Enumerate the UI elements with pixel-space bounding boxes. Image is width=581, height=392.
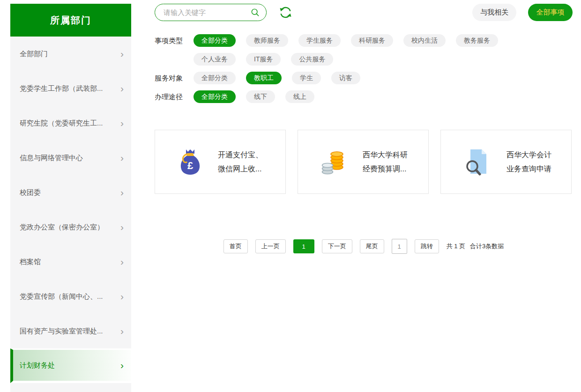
filter-chip[interactable]: 教职工 bbox=[246, 72, 282, 84]
sidebar-item-label: 党委宣传部（新闻中心、... bbox=[20, 292, 120, 301]
total-records-text: 合计3条数据 bbox=[470, 242, 504, 251]
related-to-me-button[interactable]: 与我相关 bbox=[472, 4, 516, 21]
chevron-right-icon: › bbox=[120, 83, 124, 93]
filter-chip[interactable]: 全部分类 bbox=[194, 72, 236, 84]
filter-chip[interactable]: 全部分类 bbox=[194, 34, 236, 47]
sidebar-item-state-assets-office[interactable]: 国有资产与实验室管理处... › bbox=[10, 314, 131, 348]
jump-button[interactable]: 跳转 bbox=[415, 239, 439, 253]
sidebar-item-label: 校团委 bbox=[20, 188, 120, 197]
chevron-right-icon: › bbox=[120, 222, 124, 232]
sidebar-item-label: 党政办公室（保密办公室） bbox=[20, 223, 120, 232]
filter-chip[interactable]: 学生 bbox=[292, 72, 321, 84]
sidebar-item-party-office[interactable]: 党政办公室（保密办公室） › bbox=[10, 210, 131, 244]
total-pages-text: 共 1 页 bbox=[447, 242, 465, 251]
sidebar-item-network-center[interactable]: 信息与网络管理中心 › bbox=[10, 141, 131, 175]
filter-row-item-type: 事项类型 全部分类 教师服务 学生服务 科研服务 校内生活 教务服务 个人业务 … bbox=[155, 34, 576, 72]
chevron-right-icon: › bbox=[120, 257, 124, 266]
filter-chip[interactable]: 学生服务 bbox=[298, 34, 341, 47]
service-card-list: £ 开通支付宝、 微信网上收... bbox=[155, 130, 572, 194]
current-page-button[interactable]: 1 bbox=[293, 239, 314, 253]
filter-chip[interactable]: 全部分类 bbox=[194, 90, 236, 103]
sidebar-title: 所属部门 bbox=[10, 4, 131, 37]
filter-chip[interactable]: IT服务 bbox=[246, 53, 281, 66]
filter-chip[interactable]: 个人业务 bbox=[194, 53, 236, 66]
filter-label: 事项类型 bbox=[155, 34, 194, 47]
sidebar-item-label: 党委学生工作部（武装部... bbox=[20, 84, 120, 93]
search-box[interactable] bbox=[155, 4, 267, 21]
card-title-line1: 西华大学会计 bbox=[507, 148, 551, 162]
all-items-button[interactable]: 全部事项 bbox=[528, 4, 573, 21]
sidebar-item-label: 信息与网络管理中心 bbox=[20, 154, 120, 163]
department-sidebar: 所属部门 全部部门 › 党委学生工作部（武装部... › 研究生院（党委研究生工… bbox=[10, 4, 131, 392]
refresh-icon[interactable] bbox=[278, 5, 293, 20]
chevron-right-icon: › bbox=[120, 49, 124, 59]
pagination: 首页 上一页 1 下一页 尾页 跳转 共 1 页 合计3条数据 bbox=[155, 239, 573, 254]
filter-chip[interactable]: 校内生活 bbox=[403, 34, 446, 47]
card-title: 开通支付宝、 微信网上收... bbox=[218, 148, 263, 176]
sidebar-item-youth-league[interactable]: 校团委 › bbox=[10, 175, 131, 210]
chevron-right-icon: › bbox=[120, 326, 124, 336]
jump-page-input[interactable] bbox=[392, 239, 407, 254]
prev-page-button[interactable]: 上一页 bbox=[255, 239, 286, 253]
svg-text:£: £ bbox=[187, 160, 194, 171]
filter-chip[interactable]: 线上 bbox=[285, 90, 314, 103]
search-input[interactable] bbox=[163, 8, 250, 17]
filter-chip[interactable]: 科研服务 bbox=[351, 34, 393, 47]
filter-chips: 全部分类 教师服务 学生服务 科研服务 校内生活 教务服务 个人业务 IT服务 … bbox=[194, 34, 550, 72]
card-title-line1: 开通支付宝、 bbox=[218, 148, 263, 162]
card-title-line2: 经费预算调... bbox=[363, 162, 408, 176]
sidebar-item-label: 国有资产与实验室管理处... bbox=[20, 327, 120, 336]
filter-label: 办理途径 bbox=[155, 90, 194, 103]
filter-chips: 全部分类 教职工 学生 访客 bbox=[194, 72, 550, 90]
filter-row-service-target: 服务对象 全部分类 教职工 学生 访客 bbox=[155, 72, 576, 90]
service-card-payment[interactable]: £ 开通支付宝、 微信网上收... bbox=[155, 130, 286, 194]
sidebar-item-label: 研究生院（党委研究生工... bbox=[20, 119, 120, 128]
filter-row-handling-channel: 办理途径 全部分类 线下 线上 bbox=[155, 90, 576, 109]
filter-chips: 全部分类 线下 线上 bbox=[194, 90, 550, 109]
filter-chip[interactable]: 公共服务 bbox=[291, 53, 333, 66]
filter-chip[interactable]: 教务服务 bbox=[456, 34, 498, 47]
card-title-line2: 微信网上收... bbox=[218, 162, 263, 176]
first-page-button[interactable]: 首页 bbox=[223, 239, 248, 253]
sidebar-item-archives[interactable]: 档案馆 › bbox=[10, 244, 131, 279]
card-title: 西华大学会计 业务查询申请 bbox=[507, 148, 551, 176]
card-title-line1: 西华大学科研 bbox=[363, 148, 408, 162]
pagination-summary: 共 1 页 合计3条数据 bbox=[447, 242, 504, 251]
search-icon[interactable] bbox=[250, 7, 260, 17]
document-search-icon bbox=[464, 148, 491, 176]
sidebar-item-label: 计划财务处 bbox=[20, 361, 120, 370]
last-page-button[interactable]: 尾页 bbox=[360, 239, 384, 253]
filter-chip[interactable]: 教师服务 bbox=[246, 34, 288, 47]
service-card-accounting-query[interactable]: 西华大学会计 业务查询申请 bbox=[440, 130, 572, 194]
filter-panel: 事项类型 全部分类 教师服务 学生服务 科研服务 校内生活 教务服务 个人业务 … bbox=[155, 34, 576, 109]
chevron-right-icon: › bbox=[120, 153, 124, 163]
sidebar-item-all-departments[interactable]: 全部部门 › bbox=[10, 37, 131, 71]
chevron-right-icon: › bbox=[120, 291, 124, 301]
sidebar-item-graduate-school[interactable]: 研究生院（党委研究生工... › bbox=[10, 106, 131, 141]
sidebar-item-propaganda-dept[interactable]: 党委宣传部（新闻中心、... › bbox=[10, 279, 131, 314]
department-list: 全部部门 › 党委学生工作部（武装部... › 研究生院（党委研究生工... ›… bbox=[10, 37, 131, 392]
sidebar-item-label: 档案馆 bbox=[20, 258, 120, 266]
sidebar-item-finance-office[interactable]: 计划财务处 › bbox=[10, 348, 131, 383]
chevron-right-icon: › bbox=[120, 118, 124, 128]
filter-chip[interactable]: 线下 bbox=[246, 90, 275, 103]
chevron-right-icon: › bbox=[120, 187, 124, 197]
sidebar-item-student-work-dept[interactable]: 党委学生工作部（武装部... › bbox=[10, 71, 131, 106]
filter-chip[interactable]: 访客 bbox=[331, 72, 360, 84]
card-title-line2: 业务查询申请 bbox=[507, 162, 551, 176]
next-page-button[interactable]: 下一页 bbox=[322, 239, 352, 253]
service-hall-page: 所属部门 全部部门 › 党委学生工作部（武装部... › 研究生院（党委研究生工… bbox=[0, 0, 581, 392]
card-title: 西华大学科研 经费预算调... bbox=[363, 148, 408, 176]
filter-label: 服务对象 bbox=[155, 72, 194, 84]
money-bag-icon: £ bbox=[179, 149, 202, 175]
chevron-right-icon: › bbox=[120, 360, 124, 370]
coins-icon bbox=[321, 149, 347, 175]
sidebar-item-label: 全部部门 bbox=[20, 50, 120, 59]
service-card-research-budget[interactable]: 西华大学科研 经费预算调... bbox=[298, 130, 429, 194]
